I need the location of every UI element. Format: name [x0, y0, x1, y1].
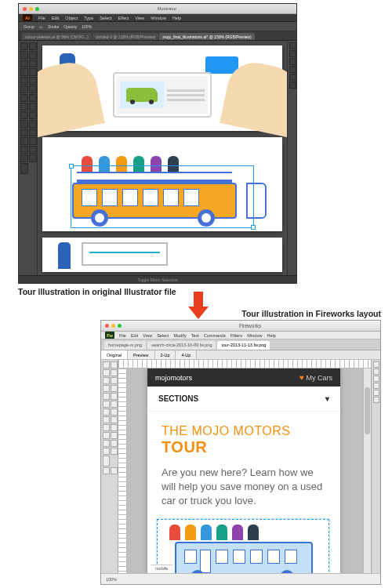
doc-tab-0[interactable]: colour-palettes.ai @ 96% (CMYK/...) — [22, 33, 92, 40]
hand-tool-icon[interactable] — [20, 154, 28, 162]
stroke-panel-icon[interactable] — [289, 58, 296, 65]
menu-file[interactable]: File — [119, 333, 126, 338]
menu-text[interactable]: Text — [191, 333, 199, 338]
fill-stroke-icon[interactable] — [20, 163, 28, 174]
hand-tool-icon[interactable] — [103, 467, 110, 474]
color-panel-icon[interactable] — [289, 42, 296, 49]
ruler-vertical[interactable] — [118, 368, 127, 573]
freeform-tool-icon[interactable] — [103, 424, 110, 431]
eraser-tool-icon[interactable] — [111, 393, 118, 400]
artboard-bus-illustration[interactable] — [42, 137, 282, 231]
type-tool-icon[interactable] — [29, 60, 37, 67]
doc-tab-1[interactable]: search-circa-2013-10-09.fw.png — [147, 341, 216, 350]
ruler-horizontal[interactable] — [118, 360, 371, 368]
blob-brush-tool-icon[interactable] — [20, 85, 28, 93]
menu-help[interactable]: Help — [172, 16, 181, 20]
mode-4up[interactable]: 4-Up — [176, 350, 197, 359]
menu-filters[interactable]: Filters — [230, 333, 242, 338]
illustrator-canvas[interactable] — [38, 41, 287, 275]
pen-tool-icon[interactable] — [20, 60, 28, 67]
zoom-tool-icon[interactable] — [111, 467, 118, 474]
hotspot-tool-icon[interactable] — [103, 432, 110, 439]
paint-bucket-tool-icon[interactable] — [111, 448, 118, 455]
menu-edit[interactable]: Edit — [131, 333, 138, 338]
subselect-tool-icon[interactable] — [111, 361, 118, 368]
menu-object[interactable]: Object — [65, 16, 78, 20]
free-transform-tool-icon[interactable] — [29, 103, 37, 111]
menu-view[interactable]: View — [143, 333, 152, 338]
menu-effect[interactable]: Effect — [118, 16, 129, 20]
slice-tool-icon[interactable] — [29, 146, 37, 154]
artboard-phone-illustration[interactable] — [42, 45, 282, 131]
column-graph-tool-icon[interactable] — [29, 137, 37, 145]
zoom-icon[interactable] — [35, 7, 39, 11]
gradient-panel-icon[interactable] — [289, 66, 296, 73]
eyedropper-tool-icon[interactable] — [103, 448, 110, 455]
layers-panel-icon[interactable] — [373, 376, 379, 382]
selection-tool-icon[interactable] — [20, 42, 28, 50]
styles-panel-icon[interactable] — [373, 397, 379, 403]
history-panel-icon[interactable] — [373, 390, 379, 396]
show-slices-icon[interactable] — [111, 440, 118, 447]
scale-tool-icon[interactable] — [29, 94, 37, 102]
doc-tab-2[interactable]: mojo_final_illustrations.ai* @ 150% (RGB… — [159, 33, 254, 40]
scale-tool-icon[interactable] — [103, 369, 110, 376]
mode-original[interactable]: Original — [101, 350, 128, 359]
artboard-tool-icon[interactable] — [20, 146, 28, 154]
menu-modify[interactable]: Modify — [173, 333, 186, 338]
brush-tool-icon[interactable] — [111, 385, 118, 392]
fireworks-canvas[interactable]: mojomotors ♥ My Cars SECTIONS ▾ THE MOJO… — [127, 368, 363, 573]
appearance-panel-icon[interactable] — [289, 82, 296, 89]
perspective-tool-icon[interactable] — [29, 111, 37, 119]
pages-panel-icon[interactable] — [373, 368, 379, 375]
menu-help[interactable]: Help — [267, 333, 275, 338]
magic-wand-tool-icon[interactable] — [20, 51, 28, 59]
states-panel-icon[interactable] — [373, 383, 379, 389]
rotate-tool-icon[interactable] — [20, 94, 28, 102]
menu-commands[interactable]: Commands — [204, 333, 226, 338]
blur-tool-icon[interactable] — [103, 401, 110, 408]
rectangle-tool-icon[interactable] — [29, 68, 37, 76]
pointer-tool-icon[interactable] — [103, 361, 110, 368]
width-tool-icon[interactable] — [20, 103, 28, 111]
mode-2up[interactable]: 2-Up — [155, 350, 176, 359]
doc-tab-2[interactable]: tour-2013-11-13.fw.png — [217, 341, 270, 350]
menu-window[interactable]: Window — [247, 333, 263, 338]
zoom-level[interactable]: 100% — [106, 577, 117, 582]
fill-stroke-swatch-icon[interactable] — [103, 456, 110, 466]
minimize-icon[interactable] — [29, 7, 33, 11]
pencil-tool-icon[interactable] — [29, 77, 37, 85]
scrollbar-thumb[interactable] — [365, 387, 370, 434]
close-icon[interactable] — [105, 324, 109, 328]
knife-tool-icon[interactable] — [111, 424, 118, 431]
mode-preview[interactable]: Preview — [128, 350, 155, 359]
eraser-tool-icon[interactable] — [29, 85, 37, 93]
sections-dropdown[interactable]: SECTIONS ▾ — [147, 387, 340, 412]
symbol-sprayer-tool-icon[interactable] — [20, 137, 28, 145]
vertical-scrollbar[interactable] — [363, 368, 371, 573]
layers-panel-icon[interactable] — [289, 74, 296, 81]
direct-select-tool-icon[interactable] — [29, 42, 37, 50]
rubber-stamp-tool-icon[interactable] — [111, 401, 118, 408]
line-tool-icon[interactable] — [103, 408, 110, 416]
blend-tool-icon[interactable] — [29, 129, 37, 136]
doc-tab-1[interactable]: Untitled-3 @ 216% (RGB/Preview) — [93, 33, 159, 40]
lasso-tool-icon[interactable] — [29, 51, 37, 59]
menu-edit[interactable]: Edit — [52, 16, 59, 20]
swatches-panel-icon[interactable] — [289, 50, 296, 57]
breadcrumb-item[interactable]: mobile — [155, 566, 168, 572]
paintbrush-tool-icon[interactable] — [20, 77, 28, 85]
menu-select[interactable]: Select — [100, 16, 111, 20]
eyedropper-tool-icon[interactable] — [20, 129, 28, 136]
marquee-tool-icon[interactable] — [103, 377, 110, 384]
menu-type[interactable]: Type — [84, 16, 93, 20]
close-icon[interactable] — [23, 7, 27, 11]
shape-builder-tool-icon[interactable] — [20, 111, 28, 119]
crop-tool-icon[interactable] — [111, 369, 118, 376]
menu-view[interactable]: View — [135, 16, 144, 20]
hide-slices-icon[interactable] — [103, 440, 110, 447]
line-tool-icon[interactable] — [20, 68, 28, 76]
doc-tab-0[interactable]: homepage-m.png — [104, 341, 146, 350]
zoom-icon[interactable] — [118, 324, 122, 328]
mobile-layout-artboard[interactable]: mojomotors ♥ My Cars SECTIONS ▾ THE MOJO… — [147, 368, 340, 573]
